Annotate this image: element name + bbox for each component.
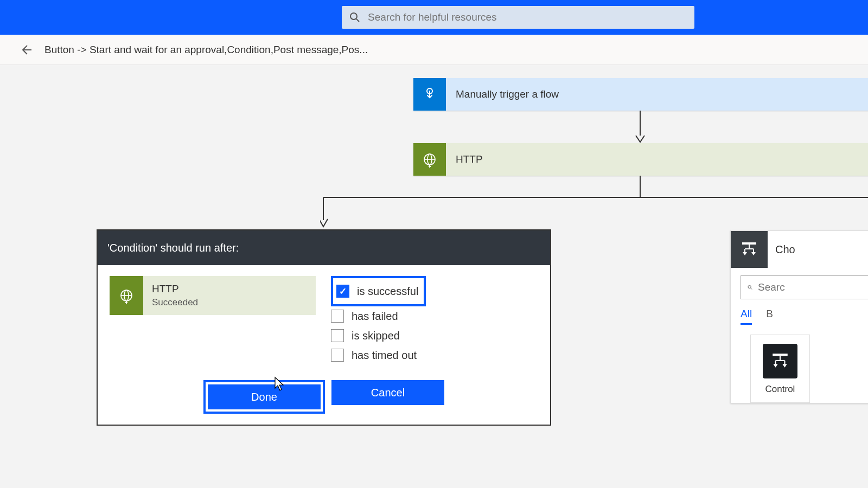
flow-http-card[interactable]: HTTP [413, 143, 868, 176]
control-icon [763, 344, 797, 378]
connector-card-control[interactable]: Control [750, 335, 810, 403]
svg-rect-18 [742, 242, 756, 245]
connector-arrow-icon [635, 111, 646, 143]
highlight-box: Done [203, 380, 325, 414]
back-arrow-icon[interactable] [20, 43, 33, 56]
run-after-panel: 'Condition' should run after: HTTP Succe… [97, 229, 551, 426]
checkbox-row-timedout[interactable]: has timed out [331, 345, 538, 365]
breadcrumb-bar: Button -> Start and wait for an approval… [0, 35, 868, 65]
checkbox-skipped[interactable] [331, 329, 344, 342]
svg-line-1 [356, 19, 359, 22]
checkbox-failed[interactable] [331, 310, 344, 323]
branch-connector-icon [320, 176, 868, 230]
breadcrumb: Button -> Start and wait for an approval… [44, 44, 368, 56]
touch-icon [413, 78, 446, 111]
run-after-step-name: HTTP [152, 283, 307, 295]
chooser-tabs: All B [731, 299, 868, 325]
mouse-cursor-icon [273, 376, 286, 393]
flow-trigger-card[interactable]: Manually trigger a flow [413, 78, 868, 111]
global-search-input[interactable] [368, 11, 687, 23]
checkbox-row-successful[interactable]: is successful [336, 281, 418, 301]
operation-chooser-panel: Cho All B Control [730, 230, 868, 403]
checkbox-timedout[interactable] [331, 349, 344, 362]
chooser-title: Cho [768, 231, 803, 268]
flow-canvas[interactable]: Manually trigger a flow HTTP 'Condition'… [0, 65, 868, 488]
checkbox-label-skipped: is skipped [352, 330, 400, 342]
cancel-button[interactable]: Cancel [331, 380, 444, 405]
flow-http-label: HTTP [446, 143, 868, 176]
checkbox-row-failed[interactable]: has failed [331, 306, 538, 326]
chooser-search-input[interactable] [758, 281, 868, 293]
globe-icon [413, 143, 446, 176]
svg-line-24 [751, 288, 752, 289]
control-icon [731, 231, 768, 268]
run-after-prev-step[interactable]: HTTP Succeeded [110, 276, 316, 315]
run-after-title: 'Condition' should run after: [98, 230, 550, 265]
highlight-box: is successful [331, 276, 426, 306]
done-button[interactable]: Done [208, 384, 321, 409]
globe-icon [110, 276, 143, 315]
run-after-step-status: Succeeded [152, 297, 307, 308]
chooser-search[interactable] [741, 275, 868, 299]
svg-point-23 [748, 285, 751, 288]
search-icon [349, 12, 360, 23]
svg-rect-25 [773, 354, 788, 356]
checkbox-label-failed: has failed [352, 310, 398, 323]
flow-trigger-label: Manually trigger a flow [446, 78, 868, 111]
global-header [0, 0, 868, 35]
checkbox-row-skipped[interactable]: is skipped [331, 326, 538, 345]
checkbox-successful[interactable] [336, 285, 349, 298]
checkbox-label-successful: is successful [357, 285, 418, 298]
tab-all[interactable]: All [741, 308, 752, 325]
connector-card-label: Control [765, 384, 795, 395]
checkbox-label-timedout: has timed out [352, 349, 417, 362]
search-icon [748, 282, 752, 292]
tab-b[interactable]: B [766, 308, 773, 325]
svg-point-0 [350, 13, 357, 20]
global-search[interactable] [342, 6, 694, 29]
